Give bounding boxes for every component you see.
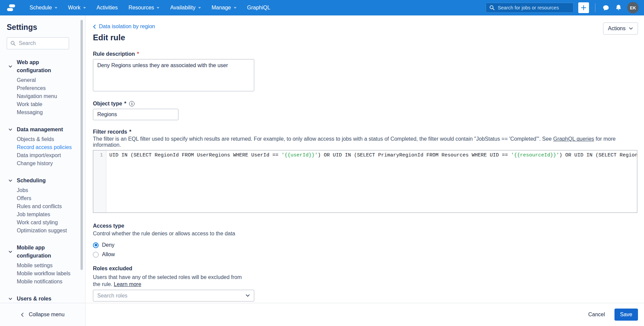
roles-select[interactable]: Search roles [93,290,254,301]
app-logo[interactable] [6,3,17,13]
required-asterisk: * [137,51,139,57]
avatar[interactable]: EK [627,2,639,13]
sidebar-item-general[interactable]: General [17,76,76,84]
caret-down-icon [83,7,86,9]
sidebar-section-header[interactable]: Data management [7,126,76,134]
nav-item-graphiql[interactable]: GraphiQL [242,0,276,15]
logo-shape [9,4,15,7]
sidebar-title: Settings [7,23,76,32]
collapse-menu-button[interactable]: Collapse menu [0,303,85,326]
sidebar-item-mobile-workflow-labels[interactable]: Mobile workflow labels [17,270,76,278]
radio-selected-icon[interactable] [93,242,99,248]
sidebar-item-work-table[interactable]: Work table [17,100,76,108]
code-line-number: 1 [93,150,106,213]
sidebar-item-preferences[interactable]: Preferences [17,84,76,92]
create-new-button[interactable] [578,2,589,13]
sidebar-item-offers[interactable]: Offers [17,194,76,202]
chevron-down-icon [8,64,12,68]
roles-select-placeholder: Search roles [97,293,127,299]
rule-description-label: Rule description [93,51,135,57]
cancel-button[interactable]: Cancel [584,309,610,321]
radio-option-allow[interactable]: Allow [93,251,115,258]
notifications-button[interactable] [615,4,622,11]
sidebar-scrollbar[interactable] [80,20,83,270]
nav-item-manage[interactable]: Manage [206,0,242,15]
caret-down-icon [55,7,57,9]
sidebar-section-web-app-configuration: Web app configuration General Preference… [7,58,76,117]
filter-records-description: The filter is an EQL filter used to spec… [93,136,637,148]
sidebar-item-job-templates[interactable]: Job templates [17,211,76,219]
sidebar-item-mobile-settings[interactable]: Mobile settings [17,262,76,270]
sidebar-section-header[interactable]: Scheduling [7,177,76,185]
nav-item-activities[interactable]: Activities [91,0,123,15]
caret-down-icon [198,7,201,9]
sidebar-section-mobile-app-configuration: Mobile app configuration Mobile settings… [7,244,76,286]
sidebar-item-data-import-export[interactable]: Data import/export [17,151,76,159]
nav-right-controls: EK [486,2,639,13]
nav-divider [595,3,595,12]
logo-shape [7,8,13,11]
access-type-label: Access type [93,223,637,229]
radio-option-deny[interactable]: Deny [93,242,114,248]
access-type-description: Control whether the rule denies or allow… [93,231,637,237]
sidebar-search-input[interactable] [19,40,65,46]
caret-down-icon [157,7,159,9]
sidebar-section-header[interactable]: Web app configuration [7,58,76,75]
filter-records-label-row: Filter records * [93,129,637,135]
object-type-label: Object type [93,101,122,107]
global-search-input[interactable] [498,5,570,10]
required-asterisk: * [124,101,126,107]
main-content: Data isolation by region Actions Edit ru… [86,15,644,303]
graphql-queries-link[interactable]: GraphQL queries [553,136,594,142]
global-search [486,3,574,13]
sidebar-item-rules-and-conflicts[interactable]: Rules and conflicts [17,202,76,211]
eql-code-input[interactable]: UID IN (SELECT RegionId FROM UserRegions… [106,150,637,213]
roles-excluded-section: Roles excluded Users that have any of th… [93,266,637,301]
sidebar-item-messaging[interactable]: Messaging [17,108,76,117]
chat-bubble-icon [602,4,609,11]
sidebar-section-scheduling: Scheduling Jobs Offers Rules and conflic… [7,177,76,235]
roles-excluded-description: Users that have any of the selected role… [93,274,247,288]
roles-excluded-label: Roles excluded [93,266,637,272]
sidebar-section-users-roles: Users & roles Users User roles [7,295,76,303]
rule-description-label-row: Rule description * [93,51,637,57]
sidebar-item-work-card-styling[interactable]: Work card styling [17,219,76,227]
page-title: Edit rule [93,33,637,42]
sidebar-section-header[interactable]: Mobile app configuration [7,244,76,260]
sidebar-item-mobile-notifications[interactable]: Mobile notifications [17,278,76,286]
settings-sidebar: Settings Web app configuration General P… [0,15,86,326]
sidebar-item-change-history[interactable]: Change history [17,159,76,168]
nav-menu: Schedule Work Activities Resources Avail… [24,0,276,15]
save-button[interactable]: Save [614,309,638,321]
sidebar-item-optimization-suggest[interactable]: Optimization suggest [17,227,76,235]
chevron-down-icon [8,297,12,301]
learn-more-link[interactable]: Learn more [114,281,141,287]
rule-description-textarea[interactable]: Deny Regions unless they are associated … [93,59,254,91]
chevron-down-icon [8,250,12,254]
required-asterisk: * [129,129,131,135]
sidebar-item-objects-fields[interactable]: Objects & fields [17,135,76,143]
radio-unselected-icon[interactable] [93,252,99,258]
info-icon[interactable] [129,101,135,106]
nav-item-availability[interactable]: Availability [165,0,206,15]
nav-item-resources[interactable]: Resources [123,0,165,15]
sidebar-section-data-management: Data management Objects & fields Record … [7,126,76,168]
actions-button[interactable]: Actions [603,22,638,35]
breadcrumb[interactable]: Data isolation by region [93,24,155,30]
sidebar-search [7,37,69,49]
chevron-left-icon [21,313,24,317]
top-navigation-bar: Schedule Work Activities Resources Avail… [0,0,644,15]
nav-item-work[interactable]: Work [63,0,91,15]
messages-button[interactable] [602,4,609,11]
sidebar-item-navigation-menu[interactable]: Navigation menu [17,92,76,100]
object-type-label-row: Object type * [93,101,637,107]
chevron-down-icon [8,179,12,183]
object-type-input[interactable] [93,109,178,120]
bell-icon [615,4,622,11]
sidebar-item-record-access-policies[interactable]: Record access policies [17,143,76,151]
nav-item-schedule[interactable]: Schedule [24,0,63,15]
sidebar-item-jobs[interactable]: Jobs [17,186,76,194]
form-footer: Cancel Save [86,303,644,326]
sidebar-section-header[interactable]: Users & roles [7,295,76,303]
eql-code-editor: 1 UID IN (SELECT RegionId FROM UserRegio… [93,150,637,213]
